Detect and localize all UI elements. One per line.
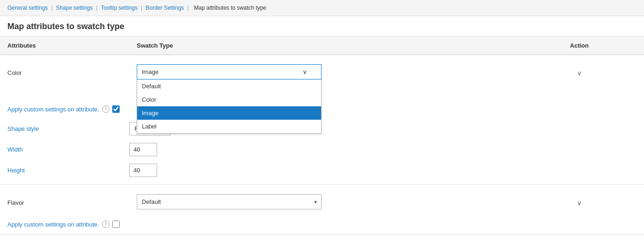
color-height-row: Height	[7, 160, 637, 181]
color-custom-settings-row: Apply custom settings on attribute. ?	[7, 83, 637, 118]
flavor-swatch-select[interactable]: Default Color Image Label	[137, 194, 322, 209]
attributes-table: Attributes Swatch Type Action Color Imag…	[0, 37, 644, 235]
color-width-input[interactable]	[129, 143, 157, 156]
flavor-main-row: Flavor Default Color Image Label ▾ ∨	[0, 185, 644, 219]
header-attributes: Attributes	[0, 37, 129, 55]
page-title: Map attributes to swatch type	[0, 16, 644, 37]
flavor-custom-settings-row: Apply custom settings on attribute. ?	[0, 219, 644, 234]
color-expand-icon[interactable]: ∨	[577, 69, 582, 77]
flavor-expand-icon[interactable]: ∨	[577, 199, 582, 207]
breadcrumb-current: Map attributes to swatch type	[194, 5, 266, 11]
flavor-attribute-label: Flavor	[0, 194, 129, 210]
breadcrumb-tooltip-settings[interactable]: Tooltip settings	[101, 5, 137, 11]
color-swatch-dropdown[interactable]: Image ∨ Default Color Image Label	[137, 64, 322, 80]
color-selected-value: Image	[142, 68, 158, 75]
color-width-label: Width	[7, 146, 129, 153]
breadcrumb: General settings | Shape settings | Tool…	[0, 0, 644, 16]
header-swatch-type: Swatch Type	[129, 37, 515, 55]
color-expanded-section: Apply custom settings on attribute. ? Sh…	[0, 83, 644, 184]
option-color[interactable]: Color	[137, 93, 321, 106]
color-apply-custom-label: Apply custom settings on attribute.	[7, 106, 99, 113]
flavor-apply-custom-checkbox[interactable]	[112, 220, 120, 228]
table-row-flavor: Flavor Default Color Image Label ▾ ∨	[0, 185, 644, 235]
color-main-row: Color Image ∨ Default Color Image Label	[0, 55, 644, 83]
table-row-color: Color Image ∨ Default Color Image Label	[0, 55, 644, 185]
color-dropdown-trigger[interactable]: Image ∨	[137, 64, 322, 80]
flavor-apply-custom-label: Apply custom settings on attribute.	[7, 221, 99, 228]
breadcrumb-border-settings[interactable]: Border Settings	[146, 5, 184, 11]
flavor-select-wrapper: Default Color Image Label ▾	[137, 194, 322, 209]
color-shape-style-row: Shape style Round Square ▾	[7, 118, 637, 139]
option-default[interactable]: Default	[137, 80, 321, 93]
color-dropdown-list: Default Color Image Label	[137, 80, 322, 134]
option-image[interactable]: Image	[137, 106, 321, 120]
breadcrumb-sep-1: |	[51, 5, 54, 11]
flavor-swatch-cell: Default Color Image Label ▾	[129, 190, 515, 213]
color-swatch-cell: Image ∨ Default Color Image Label	[129, 61, 515, 83]
page-wrapper: General settings | Shape settings | Tool…	[0, 0, 644, 251]
breadcrumb-sep-3: |	[141, 5, 144, 11]
breadcrumb-shape-settings[interactable]: Shape settings	[56, 5, 92, 11]
flavor-action-cell: ∨	[515, 194, 644, 210]
header-action: Action	[515, 37, 644, 55]
chevron-down-icon: ∨	[303, 68, 307, 75]
flavor-help-icon[interactable]: ?	[102, 220, 109, 228]
color-height-input[interactable]	[129, 164, 157, 177]
color-height-label: Height	[7, 167, 129, 174]
option-label[interactable]: Label	[137, 120, 321, 133]
color-shape-style-label: Shape style	[7, 125, 129, 132]
color-attribute-label: Color	[0, 64, 129, 80]
color-width-row: Width	[7, 139, 637, 160]
color-apply-custom-checkbox[interactable]	[112, 105, 120, 113]
color-help-icon[interactable]: ?	[102, 105, 109, 113]
color-action-cell: ∨	[515, 64, 644, 80]
breadcrumb-general-settings[interactable]: General settings	[7, 5, 48, 11]
table-header: Attributes Swatch Type Action	[0, 37, 644, 55]
breadcrumb-sep-4: |	[188, 5, 190, 11]
breadcrumb-sep-2: |	[96, 5, 99, 11]
